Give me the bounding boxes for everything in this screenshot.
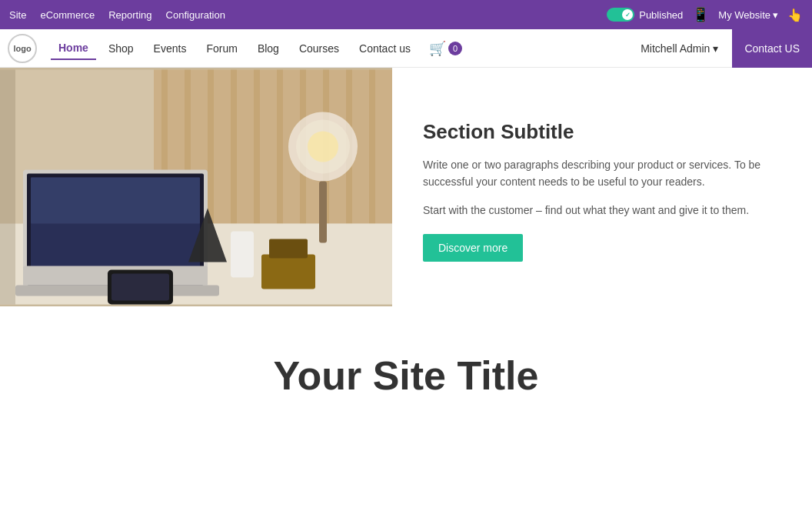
section-desc-2: Start with the customer – find out what … [423,202,789,219]
svg-rect-26 [111,274,169,301]
user-menu[interactable]: Mitchell Admin ▾ [633,42,726,55]
cart-icon: 🛒 [429,40,446,57]
toggle-knob: ✓ [622,9,633,20]
admin-bar-right: ✓ Published 📱 My Website ▾ 👆 [607,6,803,23]
section-desc-1: Write one or two paragraphs describing y… [423,156,789,191]
nav-link-forum[interactable]: Forum [198,38,245,59]
my-website-link[interactable]: My Website ▾ [718,9,778,21]
cart-badge[interactable]: 🛒 0 [429,40,462,57]
hero-text: Section Subtitle Write one or two paragr… [392,68,812,306]
nav-links: Home Shop Events Forum Blog Courses Cont… [51,37,633,60]
toggle-check-icon: ✓ [625,12,631,18]
admin-ecommerce-menu[interactable]: eCommerce [40,9,95,21]
svg-rect-5 [231,70,237,224]
site-title-section: Your Site Title [0,306,812,429]
svg-rect-6 [254,70,260,224]
admin-reporting-menu[interactable]: Reporting [108,9,151,21]
published-toggle[interactable]: ✓ Published [607,8,683,22]
admin-site-menu[interactable]: Site [9,9,26,21]
hero-image [0,68,392,306]
admin-configuration-menu[interactable]: Configuration [166,9,225,21]
my-website-label: My Website [718,9,770,21]
svg-rect-28 [231,232,254,278]
published-label: Published [639,9,683,21]
nav-right: Mitchell Admin ▾ Contact US [633,29,812,68]
section-subtitle: Section Subtitle [423,120,789,144]
nav-link-contactus[interactable]: Contact us [351,38,418,59]
svg-rect-23 [261,255,315,289]
user-menu-chevron-icon: ▾ [713,42,718,55]
svg-rect-16 [31,178,200,224]
svg-rect-29 [0,70,15,305]
logo[interactable]: logo [8,34,37,63]
site-title: Your Site Title [15,353,797,399]
admin-bar-left: Site eCommerce Reporting Configuration [9,9,591,21]
toggle-switch[interactable]: ✓ [607,8,634,22]
chevron-down-icon: ▾ [773,9,778,21]
mobile-icon[interactable]: 📱 [692,6,709,23]
nav-link-events[interactable]: Events [146,38,195,59]
user-name: Mitchell Admin [641,42,710,55]
nav-bar: logo Home Shop Events Forum Blog Courses… [0,29,812,68]
nav-link-blog[interactable]: Blog [250,38,287,59]
svg-rect-24 [269,239,308,259]
svg-rect-22 [319,182,327,243]
discover-more-button[interactable]: Discover more [423,234,523,262]
logo-text: logo [13,44,31,53]
desk-illustration [0,68,392,306]
hero-section: Section Subtitle Write one or two paragr… [0,68,812,306]
contact-button[interactable]: Contact US [732,29,812,68]
svg-point-21 [308,132,338,162]
cart-count: 0 [448,42,462,55]
admin-bar: Site eCommerce Reporting Configuration ✓… [0,0,812,29]
nav-link-shop[interactable]: Shop [101,38,141,59]
cursor-icon: 👆 [787,8,803,22]
svg-rect-7 [277,70,283,224]
nav-link-home[interactable]: Home [51,37,96,60]
svg-rect-4 [208,70,214,224]
svg-rect-11 [369,70,375,224]
nav-link-courses[interactable]: Courses [291,38,347,59]
